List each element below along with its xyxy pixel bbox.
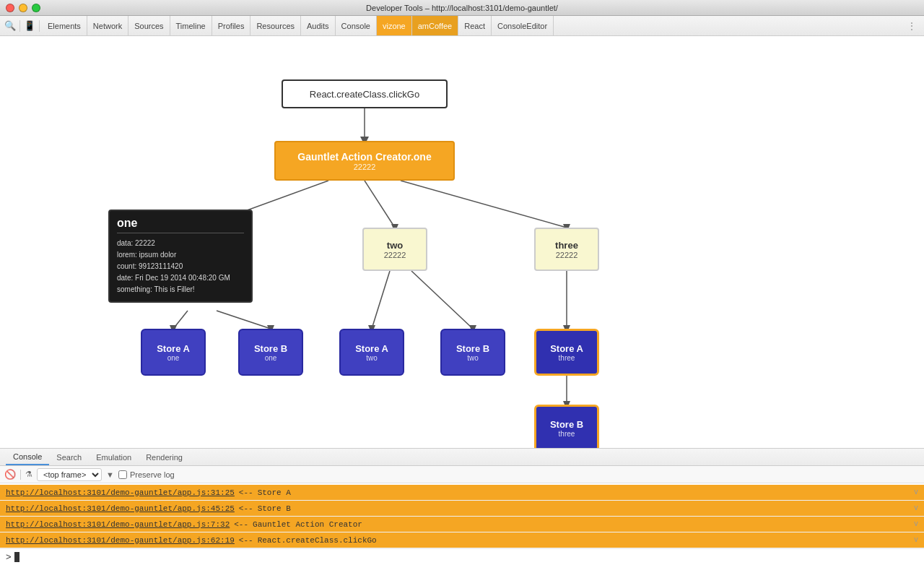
search-icon[interactable]: 🔍 (3, 19, 17, 33)
preserve-log-control: Preserve log (118, 470, 175, 479)
console-prompt: > (6, 551, 12, 562)
console-link-0[interactable]: http://localhost:3101/demo-gauntlet/app.… (6, 488, 235, 497)
svg-line-13 (411, 271, 473, 329)
one-detail-0: data: 22222 (117, 238, 230, 249)
diagram: React.createClass.clickGo Gauntlet Actio… (0, 36, 924, 448)
window-controls (6, 4, 40, 12)
console-area: Console Search Emulation Rendering 🚫 ⚗ <… (0, 448, 924, 578)
svg-line-11 (372, 271, 390, 329)
store-b-two-sub: two (467, 354, 479, 362)
store-b-two-title: Store B (456, 343, 489, 354)
store-b-one[interactable]: Store B one (238, 329, 303, 376)
two-node-title: two (387, 240, 403, 251)
tab-react[interactable]: React (458, 16, 492, 35)
tab-profiles[interactable]: Profiles (212, 16, 251, 35)
console-right-1: v (914, 504, 918, 512)
tab-network[interactable]: Network (87, 16, 128, 35)
store-a-one[interactable]: Store A one (141, 329, 206, 376)
console-input-line: > (0, 548, 924, 564)
titlebar: Developer Tools – http://localhost:3101/… (0, 0, 924, 16)
minimize-button[interactable] (19, 4, 27, 12)
dropdown-icon[interactable]: ▼ (106, 470, 114, 479)
console-label-1: Store B (258, 504, 291, 513)
one-node-details: data: 22222 lorem: ipsum dolor count: 99… (117, 238, 230, 296)
store-a-one-title: Store A (157, 343, 190, 354)
store-a-two-sub: two (366, 354, 378, 362)
tab-vizone[interactable]: vizone (377, 16, 412, 35)
console-link-3[interactable]: http://localhost:3101/demo-gauntlet/app.… (6, 536, 235, 545)
one-detail-4: something: This is Filler! (117, 284, 230, 296)
tab-console-panel[interactable]: Console (6, 449, 49, 465)
more-tools-icon[interactable]: ⋮ (902, 20, 921, 32)
one-detail-2: count: 99123111420 (117, 261, 230, 272)
store-b-one-title: Store B (254, 343, 287, 354)
console-right-0: v (914, 488, 918, 496)
console-label-2: Gauntlet Action Creator (253, 520, 362, 529)
two-node-value: 22222 (384, 251, 406, 259)
console-message-2: http://localhost:3101/demo-gauntlet/app.… (0, 517, 924, 532)
store-b-three[interactable]: Store B three (534, 405, 599, 448)
preserve-log-checkbox[interactable] (118, 470, 127, 479)
console-cursor (14, 552, 19, 562)
device-icon[interactable]: 📱 (22, 19, 37, 33)
console-arrow-1: <-- (239, 504, 253, 513)
tab-console[interactable]: Console (336, 16, 377, 35)
console-label-0: Store A (258, 488, 291, 497)
tab-amcoffee[interactable]: amCoffee (412, 16, 459, 35)
svg-line-3 (365, 181, 395, 228)
root-node[interactable]: React.createClass.clickGo (282, 79, 448, 108)
one-detail-1: lorem: ipsum dolor (117, 249, 230, 261)
console-messages: http://localhost:3101/demo-gauntlet/app.… (0, 483, 924, 578)
devtools-toolbar: 🔍 📱 Elements Network Sources Timeline Pr… (0, 16, 924, 36)
console-link-2[interactable]: http://localhost:3101/demo-gauntlet/app.… (6, 520, 230, 529)
store-b-two[interactable]: Store B two (440, 329, 505, 376)
store-a-two[interactable]: Store A two (339, 329, 404, 376)
window-title: Developer Tools – http://localhost:3101/… (366, 4, 558, 12)
two-node[interactable]: two 22222 (362, 228, 427, 271)
tab-emulation-panel[interactable]: Emulation (89, 449, 139, 465)
tab-consoleeditor[interactable]: ConsoleEditor (492, 16, 554, 35)
store-b-three-title: Store B (550, 419, 583, 430)
tab-resources[interactable]: Resources (250, 16, 301, 35)
store-a-three-title: Store A (550, 343, 583, 354)
console-link-1[interactable]: http://localhost:3101/demo-gauntlet/app.… (6, 504, 235, 513)
preserve-log-label: Preserve log (130, 470, 175, 479)
root-node-label: React.createClass.clickGo (310, 89, 419, 100)
one-node[interactable]: one data: 22222 lorem: ipsum dolor count… (108, 210, 253, 303)
console-message-1: http://localhost:3101/demo-gauntlet/app.… (0, 501, 924, 517)
maximize-button[interactable] (32, 4, 40, 12)
store-a-two-title: Store A (355, 343, 388, 354)
devtools-main: React.createClass.clickGo Gauntlet Actio… (0, 36, 924, 448)
console-right-2: v (914, 520, 918, 528)
action-node[interactable]: Gauntlet Action Creator.one 22222 (274, 141, 455, 181)
store-a-three-sub: three (559, 354, 575, 362)
tab-timeline[interactable]: Timeline (170, 16, 212, 35)
close-button[interactable] (6, 4, 14, 12)
toolbar-tabs: Elements Network Sources Timeline Profil… (42, 16, 554, 35)
separator (20, 470, 21, 480)
console-arrow-0: <-- (239, 488, 253, 497)
tab-sources[interactable]: Sources (128, 16, 170, 35)
console-message-0: http://localhost:3101/demo-gauntlet/app.… (0, 485, 924, 501)
svg-line-7 (173, 311, 188, 329)
console-arrow-2: <-- (234, 520, 248, 529)
clear-console-icon[interactable]: 🚫 (4, 469, 16, 480)
one-detail-3: date: Fri Dec 19 2014 00:48:20 GM (117, 272, 230, 284)
store-a-three[interactable]: Store A three (534, 329, 599, 376)
one-node-title: one (117, 217, 244, 233)
tab-search-panel[interactable]: Search (49, 449, 89, 465)
separator (19, 20, 20, 32)
frame-selector[interactable]: <top frame> (37, 468, 102, 481)
tab-elements[interactable]: Elements (42, 16, 87, 35)
three-node[interactable]: three 22222 (534, 228, 599, 271)
action-node-value: 22222 (354, 163, 376, 171)
filter-icon[interactable]: ⚗ (25, 470, 32, 479)
store-b-three-sub: three (559, 430, 575, 438)
svg-line-5 (401, 181, 567, 228)
console-controls: 🚫 ⚗ <top frame> ▼ Preserve log (0, 466, 924, 483)
three-node-title: three (555, 240, 578, 251)
tab-rendering-panel[interactable]: Rendering (139, 449, 190, 465)
svg-line-9 (217, 311, 271, 329)
tab-audits[interactable]: Audits (301, 16, 336, 35)
store-a-one-sub: one (167, 354, 180, 362)
